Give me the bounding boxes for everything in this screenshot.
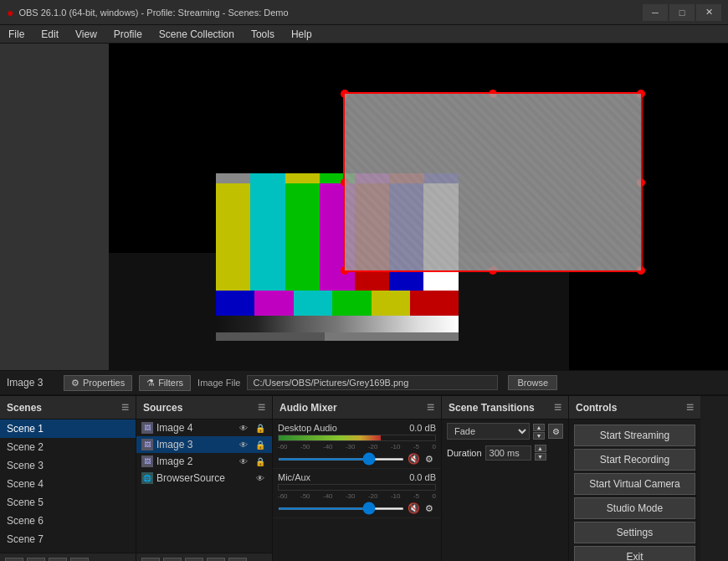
track-db-mic: 0.0 dB <box>409 472 436 482</box>
source-item[interactable]: 🌐 BrowserSource 👁 <box>136 470 272 486</box>
audio-settings-mic[interactable]: ⚙ <box>423 502 436 514</box>
controls-menu-icon[interactable]: ☰ <box>686 403 694 412</box>
scene-item[interactable]: Scene 3 <box>0 456 136 475</box>
sources-menu-icon[interactable]: ☰ <box>258 403 265 412</box>
minimize-button[interactable]: ─ <box>643 4 668 21</box>
audio-controls-desktop: 🔇 ⚙ <box>278 453 436 465</box>
start-streaming-button[interactable]: Start Streaming <box>574 425 695 446</box>
menu-scene-collection[interactable]: Scene Collection <box>151 25 243 44</box>
file-path-display: C:/Users/OBS/Pictures/Grey169B.png <box>247 375 498 390</box>
audio-settings-desktop[interactable]: ⚙ <box>423 453 436 465</box>
source-settings-button[interactable]: ⚙ <box>185 558 203 562</box>
remove-scene-button[interactable]: − <box>27 558 45 562</box>
duration-label: Duration <box>447 448 482 458</box>
maximize-button[interactable]: □ <box>669 4 695 21</box>
scenes-menu-icon[interactable]: ☰ <box>121 403 129 412</box>
controls-panel: Controls ☰ Start Streaming Start Recordi… <box>569 396 700 561</box>
add-scene-button[interactable]: + <box>5 558 23 562</box>
transition-up-button[interactable]: ▲ <box>533 424 545 431</box>
filter-icon: ⚗ <box>146 378 155 389</box>
mute-button-mic[interactable]: 🔇 <box>407 502 420 514</box>
browse-button[interactable]: Browse <box>508 375 557 390</box>
audio-menu-icon[interactable]: ☰ <box>427 403 434 412</box>
window-title: OBS 26.1.0 (64-bit, windows) - Profile: … <box>18 8 643 18</box>
image-source-icon: 🖼 <box>141 455 153 467</box>
source-item[interactable]: 🖼 Image 3 👁 🔒 <box>136 436 272 453</box>
sources-list: 🖼 Image 4 👁 🔒 🖼 Image 3 👁 🔒 🖼 Image 2 👁 … <box>136 419 272 553</box>
source-lock-button[interactable]: 🔒 <box>254 439 267 450</box>
duration-updown: ▲ ▼ <box>535 445 546 461</box>
scene-item[interactable]: Scene 4 <box>0 475 136 493</box>
sources-footer: + − ⚙ ▲ ▼ <box>136 553 272 561</box>
volume-slider-desktop[interactable] <box>278 458 404 461</box>
sources-header: Sources ☰ <box>136 396 272 419</box>
transitions-panel: Scene Transitions ☰ Fade Cut Swipe Slide… <box>442 396 569 561</box>
start-virtual-camera-button[interactable]: Start Virtual Camera <box>574 473 695 495</box>
audio-controls-mic: 🔇 ⚙ <box>278 502 436 514</box>
audio-track-desktop: Desktop Audio 0.0 dB -60-50-40-30-20-10-… <box>273 419 441 469</box>
transition-down-button[interactable]: ▼ <box>533 432 545 440</box>
source-item[interactable]: 🖼 Image 4 👁 🔒 <box>136 419 272 436</box>
remove-source-button[interactable]: − <box>163 558 182 562</box>
image-source-icon: 🖼 <box>141 422 153 434</box>
file-label: Image File <box>197 378 240 388</box>
scenes-header: Scenes ☰ <box>0 396 136 419</box>
app-icon: ● <box>7 6 13 19</box>
duration-up-button[interactable]: ▲ <box>535 445 546 452</box>
close-button[interactable]: ✕ <box>696 4 721 21</box>
scene-item[interactable]: Scene 2 <box>0 438 136 456</box>
duration-down-button[interactable]: ▼ <box>535 453 546 461</box>
transition-settings-button[interactable]: ⚙ <box>548 424 563 439</box>
source-eye-button[interactable]: 👁 <box>237 439 250 450</box>
menu-profile[interactable]: Profile <box>105 25 151 44</box>
source-lock-button[interactable]: 🔒 <box>254 422 267 434</box>
track-name-desktop: Desktop Audio <box>278 423 337 433</box>
mute-button-desktop[interactable]: 🔇 <box>407 453 420 465</box>
volume-slider-mic[interactable] <box>278 507 404 510</box>
scenes-panel: Scenes ☰ Scene 1 Scene 2 Scene 3 Scene 4… <box>0 396 136 561</box>
menu-file[interactable]: File <box>0 25 33 44</box>
settings-button[interactable]: Settings <box>574 522 695 543</box>
source-up-button[interactable]: ▲ <box>207 558 225 562</box>
source-eye-button[interactable]: 👁 <box>254 472 267 484</box>
meter-mic <box>278 484 436 491</box>
menu-tools[interactable]: Tools <box>243 25 283 44</box>
scene-item[interactable]: Scene 6 <box>0 512 136 530</box>
window-controls: ─ □ ✕ <box>643 4 721 21</box>
duration-input[interactable] <box>485 445 531 461</box>
audio-track-mic: Mic/Aux 0.0 dB -60-50-40-30-20-10-50 🔇 ⚙ <box>273 469 441 518</box>
studio-mode-button[interactable]: Studio Mode <box>574 497 695 519</box>
transition-updown: ▲ ▼ <box>533 424 545 440</box>
source-down-button[interactable]: ▼ <box>228 558 247 562</box>
source-eye-button[interactable]: 👁 <box>237 422 250 434</box>
menu-view[interactable]: View <box>67 25 105 44</box>
meter-labels: -60-50-40-30-20-10-50 <box>278 443 436 450</box>
transitions-menu-icon[interactable]: ☰ <box>554 403 561 412</box>
track-db-desktop: 0.0 dB <box>409 423 436 433</box>
source-bar: Image 3 ⚙ Properties ⚗ Filters Image Fil… <box>0 370 728 395</box>
sources-panel: Sources ☰ 🖼 Image 4 👁 🔒 🖼 Image 3 👁 🔒 🖼 … <box>136 396 273 561</box>
scene-up-button[interactable]: ▲ <box>49 558 67 562</box>
source-item[interactable]: 🖼 Image 2 👁 🔒 <box>136 453 272 470</box>
properties-button[interactable]: ⚙ Properties <box>64 375 132 391</box>
scene-item[interactable]: Scene 5 <box>0 493 136 512</box>
duration-row: Duration ▲ ▼ <box>442 443 568 462</box>
start-recording-button[interactable]: Start Recording <box>574 449 695 471</box>
scene-down-button[interactable]: ▼ <box>70 558 89 562</box>
meter-desktop <box>278 435 436 441</box>
scene-item[interactable]: Scene 1 <box>0 419 136 438</box>
scene-item[interactable]: Scene 7 <box>0 530 136 548</box>
audio-mixer-panel: Audio Mixer ☰ Desktop Audio 0.0 dB -60-5… <box>273 396 442 561</box>
exit-button[interactable]: Exit <box>574 546 695 561</box>
menu-edit[interactable]: Edit <box>33 25 67 44</box>
menubar: File Edit View Profile Scene Collection … <box>0 25 728 44</box>
titlebar: ● OBS 26.1.0 (64-bit, windows) - Profile… <box>0 0 728 25</box>
transition-type-select[interactable]: Fade Cut Swipe Slide <box>447 423 530 440</box>
gear-icon: ⚙ <box>71 378 79 389</box>
menu-help[interactable]: Help <box>283 25 320 44</box>
source-eye-button[interactable]: 👁 <box>237 455 250 467</box>
add-source-button[interactable]: + <box>141 558 160 562</box>
selected-source-name: Image 3 <box>7 377 57 389</box>
source-lock-button[interactable]: 🔒 <box>254 455 267 467</box>
filters-button[interactable]: ⚗ Filters <box>139 375 191 391</box>
